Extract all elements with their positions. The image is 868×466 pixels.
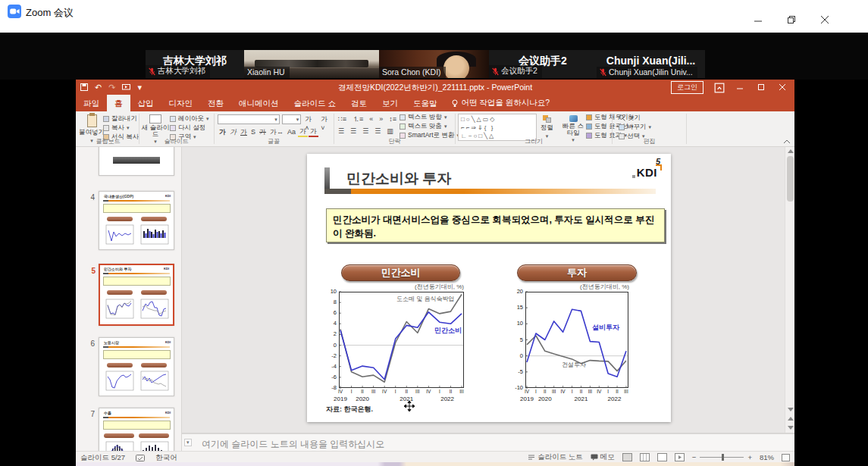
participant-label: Xiaolin HU — [244, 67, 290, 78]
mic-muted-icon — [149, 67, 155, 76]
participant-tile-active-speaker[interactable]: Xiaolin HU — [244, 50, 379, 78]
highlight-color-icon[interactable]: 가 — [298, 127, 308, 137]
font-color-icon[interactable]: 가 — [309, 127, 318, 137]
line-spacing-icon[interactable]: ↕≡ — [387, 114, 398, 124]
notes-placeholder[interactable]: 여기에 슬라이드 노트의 내용을 입력하십시오 — [202, 438, 384, 451]
strikethrough-icon[interactable]: 가 — [258, 127, 268, 136]
login-button[interactable]: 로그인 — [671, 81, 703, 94]
tab-transitions[interactable]: 전환 — [200, 95, 231, 111]
tab-insert[interactable]: 삽입 — [130, 95, 161, 111]
zoom-percentage[interactable]: 81% — [760, 453, 774, 461]
tab-home[interactable]: 홈 — [107, 95, 130, 111]
tell-me-box[interactable]: 어떤 작업을 원하시나요? — [444, 95, 557, 111]
slide-thumbnail-panel[interactable]: 4 국내총생산(GDP) KDI 5 — [76, 147, 182, 451]
font-size-combo[interactable]: ▾ — [282, 114, 301, 124]
zoom-in-icon[interactable]: + — [747, 453, 752, 461]
scrollbar-thumb[interactable] — [787, 156, 794, 202]
change-case-icon[interactable]: Aa — [286, 127, 297, 136]
bullets-icon[interactable]: ∷≡ — [337, 114, 348, 124]
arrange-button[interactable]: 정렬▾ — [541, 113, 553, 139]
scroll-up-icon[interactable] — [788, 149, 794, 153]
copy-button[interactable]: 복사▾ — [103, 124, 139, 132]
participant-tile[interactable]: Sora Chon (KDI) — [379, 50, 489, 78]
layout-button[interactable]: 레이아웃▾ — [170, 114, 209, 123]
notes-toggle-button[interactable]: 슬라이드 노트 — [528, 452, 583, 462]
reading-view-button[interactable] — [657, 453, 667, 461]
increase-indent-icon[interactable]: » — [378, 114, 384, 124]
zoom-restore-button[interactable] — [785, 14, 798, 26]
tab-review[interactable]: 검토 — [343, 95, 374, 111]
consumption-line-chart[interactable]: -8-6-4-20246810IVIIIIIIIVIIIIIIIVIIIIII2… — [339, 292, 464, 388]
justify-icon[interactable]: ☰ — [373, 127, 382, 136]
columns-icon[interactable]: ▥ — [385, 127, 395, 136]
scroll-down-icon[interactable] — [788, 408, 794, 411]
ppt-minimize-button[interactable] — [735, 83, 746, 93]
reset-button[interactable]: 다시 설정 — [170, 124, 209, 132]
slide-editing-canvas[interactable]: 5 민간소비와 투자 KDI 민간소비가 대면서비스업을 중심으로 회복되었으며… — [182, 147, 785, 433]
zoom-minimize-button[interactable] — [751, 14, 765, 26]
fit-slide-to-window-icon[interactable] — [782, 454, 790, 461]
key-message-box[interactable]: 민간소비가 대면서비스업을 중심으로 회복되었으며, 투자도 일시적으로 부진이… — [326, 208, 665, 242]
tab-view[interactable]: 보기 — [374, 95, 406, 111]
tab-help[interactable]: 도움말 — [406, 95, 445, 111]
text-shadow-icon[interactable]: S — [249, 127, 257, 136]
thumbnail-slide-4[interactable]: 4 국내총생산(GDP) KDI — [99, 191, 174, 250]
quick-styles-icon — [569, 115, 578, 122]
chart-header-consumption[interactable]: 민간소비 — [341, 264, 460, 281]
kdi-mini-logo: KDI — [165, 194, 171, 198]
thumbnail-slide-7[interactable]: 7 수출 KDI — [99, 408, 174, 451]
slide-sorter-view-button[interactable] — [640, 453, 650, 461]
thumbnail-slide-3-partial[interactable] — [99, 147, 174, 176]
zoom-out-icon[interactable]: − — [692, 453, 697, 461]
participant-tile[interactable]: 会议助手2 会议助手2 — [489, 50, 597, 78]
series-label-consumption: 민간소비 — [434, 327, 462, 334]
cut-button[interactable]: 잘라내기 — [103, 114, 139, 123]
normal-view-button[interactable] — [622, 453, 632, 461]
tab-animations[interactable]: 애니메이션 — [231, 95, 287, 111]
notes-pane[interactable]: ▾ 여기에 슬라이드 노트의 내용을 입력하십시오 — [182, 433, 794, 451]
kdi-mini-logo: KDI — [165, 411, 171, 414]
align-text-button[interactable]: 텍스트 맞춤▾ — [400, 122, 459, 130]
participant-tile[interactable]: 吉林大学刘祁 吉林大学刘祁 — [146, 50, 244, 78]
align-center-icon[interactable]: ☰ — [349, 127, 358, 136]
decrease-indent-icon[interactable]: « — [368, 114, 374, 124]
zoom-slider-handle[interactable] — [722, 454, 724, 461]
bold-icon[interactable]: 가 — [218, 127, 227, 136]
replace-button[interactable]: 바꾸기▾ — [619, 123, 651, 131]
character-spacing-icon[interactable]: 가↔ — [268, 127, 285, 136]
ribbon-display-options-icon[interactable] — [714, 83, 725, 93]
numbering-icon[interactable]: ⒈≡ — [351, 114, 365, 124]
tab-design[interactable]: 디자인 — [161, 95, 201, 111]
thumbnail-slide-6[interactable]: 6 노동시장 KDI — [99, 337, 174, 396]
align-right-icon[interactable]: ☰ — [361, 127, 370, 136]
investment-line-chart[interactable]: -10-505101520IVIIIIIIIVIIIIIIIVIIIIII201… — [525, 292, 628, 388]
text-direction-button[interactable]: 텍스트 방향▾ — [400, 113, 459, 121]
notes-icon — [528, 454, 535, 461]
ppt-maximize-button[interactable] — [757, 83, 767, 93]
tab-file[interactable]: 파일 — [76, 95, 107, 111]
chart-header-investment[interactable]: 투자 — [517, 264, 637, 281]
current-slide[interactable]: 5 민간소비와 투자 KDI 민간소비가 대면서비스업을 중심으로 회복되었으며… — [307, 154, 671, 422]
underline-icon[interactable]: 가 — [239, 127, 249, 136]
participant-tile[interactable]: Chunji Xuan(Jili... Chunji Xuan(Jilin Un… — [597, 50, 705, 78]
italic-icon[interactable]: 가 — [228, 127, 238, 136]
align-left-icon[interactable]: ☰ — [337, 127, 346, 136]
comments-toggle-button[interactable]: 메모 — [591, 452, 615, 462]
presenter-taskbar-sliver — [76, 462, 794, 466]
zoom-close-button[interactable] — [818, 14, 832, 26]
slide-scrollbar[interactable] — [785, 147, 794, 433]
notes-splitter-icon[interactable]: ▾ — [184, 439, 192, 446]
next-slide-icon[interactable] — [788, 426, 794, 430]
slideshow-view-button[interactable] — [675, 453, 685, 461]
accessibility-check-icon[interactable] — [136, 455, 145, 461]
thumbnail-slide-5-selected[interactable]: 5 민간소비와 투자 KDI — [99, 264, 174, 326]
previous-slide-icon[interactable] — [788, 417, 794, 421]
tab-slideshow[interactable]: 슬라이드 쇼 — [287, 95, 343, 111]
shrink-font-icon[interactable]: 가˅ — [319, 114, 333, 133]
find-button[interactable]: 찾기 — [619, 114, 651, 122]
slide-title[interactable]: 민간소비와 투자 — [346, 169, 451, 189]
font-name-combo[interactable]: ▾ — [218, 114, 280, 124]
zoom-slider[interactable]: − + — [692, 453, 752, 461]
collapse-ribbon-icon[interactable] — [783, 139, 791, 144]
ppt-close-button[interactable] — [778, 83, 788, 93]
